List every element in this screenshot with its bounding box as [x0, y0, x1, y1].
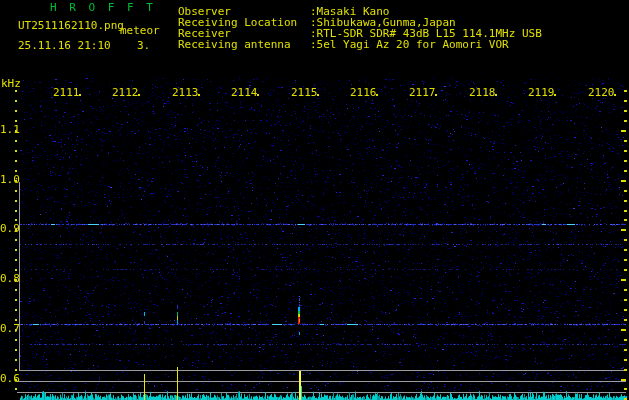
freq-label: 1.1 — [0, 124, 16, 135]
time-label: 2120 — [588, 87, 615, 98]
time-label: 2117 — [409, 87, 436, 98]
time-label: 2118 — [469, 87, 496, 98]
freq-label: 0.8 — [0, 273, 16, 284]
info-label: Receiving antenna — [178, 39, 291, 50]
khz-unit-label: kHz — [1, 78, 21, 89]
station-name: meteor — [120, 25, 160, 36]
hrofft-title: H R O F F T — [50, 2, 156, 13]
freq-label: 0.6 — [0, 373, 16, 384]
time-label: 2114 — [231, 87, 258, 98]
freq-label: 0.9 — [0, 223, 16, 234]
spectrogram-canvas — [0, 0, 629, 400]
time-label: 2115 — [291, 87, 318, 98]
freq-label: 0.7 — [0, 323, 16, 334]
hrofft-screen: H R O F F T UT2511162110.png meteor 25.1… — [0, 0, 629, 400]
filename: UT2511162110.png — [18, 20, 124, 31]
time-label: 2116 — [350, 87, 377, 98]
time-label: 2111 — [53, 87, 80, 98]
freq-label: 1.0 — [0, 174, 16, 185]
info-value: :5el Yagi Az 20 for Aomori VOR — [310, 39, 509, 50]
echo-count: 3. — [137, 40, 150, 51]
time-label: 2119 — [528, 87, 555, 98]
time-label: 2113 — [172, 87, 199, 98]
datetime: 25.11.16 21:10 — [18, 40, 111, 51]
time-label: 2112 — [112, 87, 139, 98]
